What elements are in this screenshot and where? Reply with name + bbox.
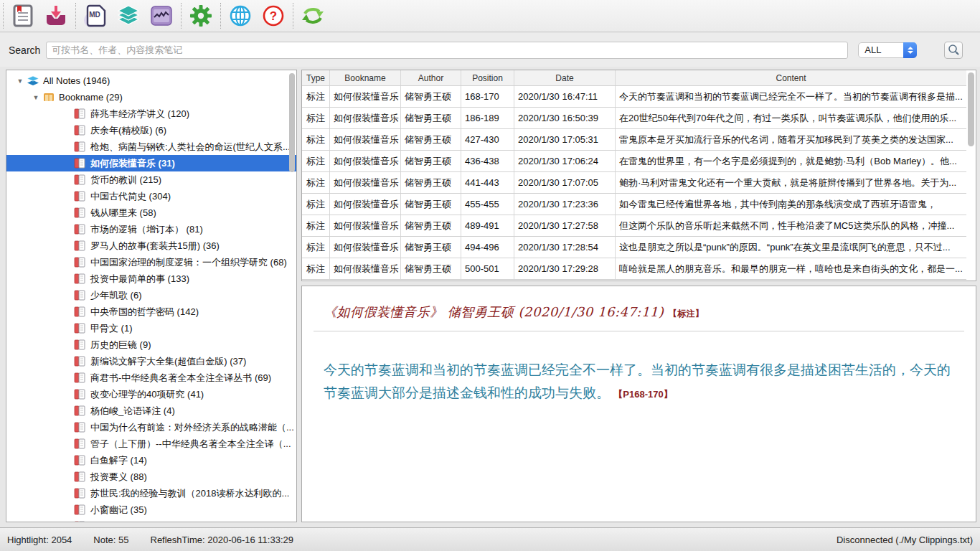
sidebar-item-book[interactable]: 投资中最简单的事 (133) [6, 270, 296, 287]
sidebar-item-book[interactable]: 新编说文解字大全集(超值白金版) (37) [6, 353, 296, 369]
column-header-author[interactable]: Author [401, 70, 461, 85]
tree-item-label: Bookname (29) [59, 92, 123, 103]
filter-dropdown-value: ALL [859, 44, 903, 55]
table-row[interactable]: 标注 如何假装懂音乐 储智勇王硕 441-443 2020/1/30 17:07… [302, 172, 966, 194]
sidebar-item-book[interactable]: 中国国家治理的制度逻辑：一个组织学研究 (68) [6, 254, 296, 270]
book-icon [74, 207, 87, 218]
search-input[interactable] [46, 42, 848, 59]
refresh-time: RefleshTime: 2020-06-16 11:33:29 [151, 534, 293, 545]
table-row[interactable]: 标注 如何假装懂音乐 储智勇王硕 455-455 2020/1/30 17:23… [302, 194, 966, 215]
sidebar-item-book[interactable]: 货币的教训 (215) [6, 171, 296, 188]
book-icon [74, 372, 87, 383]
table-row[interactable]: 标注 如何假装懂音乐 储智勇王硕 500-501 2020/1/30 17:29… [302, 258, 966, 280]
sidebar-item-book[interactable]: 钱从哪里来 (58) [6, 204, 296, 221]
sidebar-item-book[interactable]: 中央帝国的哲学密码 (142) [6, 303, 296, 320]
web-globe-icon[interactable] [228, 4, 253, 28]
cell-position: 489-491 [461, 215, 514, 236]
status-bar: Hightlight: 2054 Note: 55 RefleshTime: 2… [0, 527, 980, 551]
cell-date: 2020/1/30 16:50:39 [514, 108, 616, 128]
tree-item-label: 杨伯峻_论语译注 (4) [90, 405, 175, 418]
note-title-text: 《如何假装懂音乐》 储智勇王硕 (2020/1/30 16:47:11) [324, 304, 664, 319]
book-icon [74, 306, 87, 317]
cell-author: 储智勇王硕 [401, 108, 461, 128]
sidebar-item-book[interactable]: 商君书-中华经典名著全本全注全译丛书 (69) [6, 369, 296, 386]
note-detail-panel: 《如何假装懂音乐》 储智勇王硕 (2020/1/30 16:47:11) 【标注… [301, 286, 976, 522]
tree-item-label: 改变心理学的40项研究 (41) [90, 388, 204, 401]
tree-item-label: 投资要义 (88) [90, 471, 147, 484]
layers-icon[interactable] [116, 4, 141, 28]
cell-author: 储智勇王硕 [401, 194, 461, 215]
statistics-icon[interactable] [149, 4, 174, 28]
table-scrollbar[interactable] [968, 72, 974, 146]
sidebar-item-book[interactable]: 历史的巨镜 (9) [6, 336, 296, 353]
cell-bookname: 如何假装懂音乐 [330, 151, 401, 171]
column-header-type[interactable]: Type [302, 70, 330, 85]
sync-icon[interactable] [301, 4, 325, 28]
tree-item-label: 中国国家治理的制度逻辑：一个组织学研究 (68) [90, 256, 287, 269]
cell-date: 2020/1/30 17:07:05 [514, 172, 616, 193]
cell-author: 储智勇王硕 [401, 86, 461, 107]
book-icon [27, 75, 39, 86]
cell-type: 标注 [302, 258, 330, 279]
book-icon [74, 504, 87, 515]
search-button[interactable] [944, 42, 963, 59]
sidebar-item-book[interactable]: 市场的逻辑（增订本） (81) [6, 221, 296, 237]
import-icon[interactable] [44, 4, 68, 28]
sidebar-item-bookname-group[interactable]: ▼ Bookname (29) [6, 89, 296, 105]
sidebar-item-all-notes[interactable]: ▼ All Notes (1946) [6, 72, 296, 89]
sidebar-item-book[interactable]: 苏世民:我的经验与教训（2018读桥水达利欧的... [6, 485, 296, 501]
cell-content: 嘻哈就是黑人的朋克音乐。和最早的朋克一样，嘻哈也是来自街头的文化，都是一... [616, 258, 966, 279]
tree-item-label: 中央帝国的哲学密码 (142) [90, 306, 199, 319]
sidebar-item-book[interactable]: 中国古代简史 (304) [6, 188, 296, 204]
column-header-content[interactable]: Content [616, 70, 966, 85]
book-icon [74, 191, 87, 202]
table-row[interactable]: 标注 如何假装懂音乐 储智勇王硕 494-496 2020/1/30 17:28… [302, 237, 966, 258]
sidebar-item-book[interactable]: 从零开始学写作：个人增值的有效方法 (6) [6, 518, 296, 522]
disclosure-triangle[interactable]: ▼ [32, 94, 39, 101]
table-row[interactable]: 标注 如何假装懂音乐 储智勇王硕 427-430 2020/1/30 17:05… [302, 129, 966, 151]
book-icon [74, 174, 87, 185]
sidebar-item-book[interactable]: 中国为什么有前途：对外经济关系的战略潜能（... [6, 419, 296, 435]
column-header-position[interactable]: Position [461, 70, 514, 85]
cell-bookname: 如何假装懂音乐 [330, 258, 401, 279]
sidebar-item-book[interactable]: 薛兆丰经济学讲义 (120) [6, 105, 296, 122]
book-icon [74, 339, 87, 350]
help-icon[interactable]: ? [261, 4, 286, 28]
sidebar-item-book[interactable]: 枪炮、病菌与钢铁:人类社会的命运(世纪人文系... [6, 138, 296, 155]
sidebar-item-book[interactable]: 管子（上下册）--中华经典名著全本全注全译（... [6, 435, 296, 452]
cell-author: 储智勇王硕 [401, 129, 461, 150]
sidebar-item-book[interactable]: 庆余年(精校版) (6) [6, 122, 296, 138]
column-header-date[interactable]: Date [514, 70, 616, 85]
sidebar-item-book[interactable]: 白鱼解字 (14) [6, 452, 296, 468]
table-row[interactable]: 标注 如何假装懂音乐 储智勇王硕 186-189 2020/1/30 16:50… [302, 108, 966, 129]
sidebar-item-book[interactable]: 杨伯峻_论语译注 (4) [6, 402, 296, 419]
table-row[interactable]: 标注 如何假装懂音乐 储智勇王硕 489-491 2020/1/30 17:27… [302, 215, 966, 237]
cell-date: 2020/1/30 17:05:31 [514, 129, 616, 150]
disclosure-triangle[interactable]: ▼ [17, 77, 24, 85]
table-row[interactable]: 标注 如何假装懂音乐 储智勇王硕 436-438 2020/1/30 17:06… [302, 151, 966, 172]
table-row[interactable]: 标注 如何假装懂音乐 储智勇王硕 168-170 2020/1/30 16:47… [302, 86, 966, 108]
sidebar-item-book[interactable]: 如何假装懂音乐 (31) [6, 155, 296, 171]
sidebar-item-book[interactable]: 小窗幽记 (35) [6, 501, 296, 518]
sidebar-item-book[interactable]: 少年凯歌 (6) [6, 287, 296, 303]
tree-item-label: 小窗幽记 (35) [90, 504, 147, 517]
column-header-bookname[interactable]: Bookname [330, 70, 401, 85]
filter-dropdown[interactable]: ALL [858, 42, 917, 58]
cell-bookname: 如何假装懂音乐 [330, 237, 401, 258]
search-bar: Search ALL [0, 33, 980, 67]
cell-author: 储智勇王硕 [401, 172, 461, 193]
sidebar-item-book[interactable]: 甲骨文 (1) [6, 320, 296, 336]
book-icon [42, 92, 55, 103]
markdown-file-icon[interactable]: MD [83, 4, 108, 28]
tree-item-label: 薛兆丰经济学讲义 (120) [90, 108, 189, 121]
settings-gear-icon[interactable] [189, 4, 213, 28]
tree-item-label: 苏世民:我的经验与教训（2018读桥水达利欧的... [90, 487, 289, 500]
notes-icon[interactable] [11, 4, 35, 28]
connection-status: Disconnected (./My Clippings.txt) [837, 534, 973, 545]
tree-scrollbar[interactable] [289, 73, 295, 172]
sidebar-item-book[interactable]: 改变心理学的40项研究 (41) [6, 386, 296, 402]
sidebar-item-book[interactable]: 投资要义 (88) [6, 468, 296, 485]
book-icon [74, 422, 87, 433]
cell-type: 标注 [302, 172, 330, 193]
sidebar-item-book[interactable]: 罗马人的故事(套装共15册) (36) [6, 237, 296, 254]
